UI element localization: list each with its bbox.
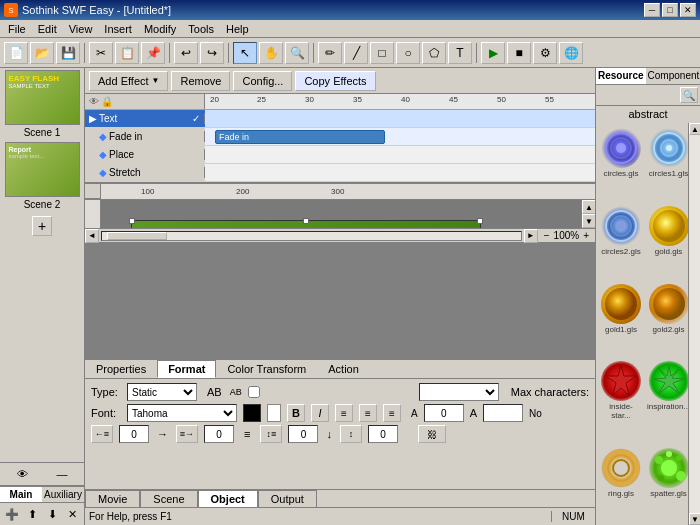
para-space-input[interactable] (368, 425, 398, 443)
menu-file[interactable]: File (2, 22, 32, 36)
minimize-button[interactable]: ─ (644, 3, 660, 17)
open-button[interactable]: 📂 (30, 42, 54, 64)
menu-edit[interactable]: Edit (32, 22, 63, 36)
menu-modify[interactable]: Modify (138, 22, 182, 36)
resource-ring[interactable]: ring.gls (599, 446, 643, 522)
line-space-btn[interactable]: ↕≡ (260, 425, 282, 443)
align-center-button[interactable]: ≡ (359, 404, 377, 422)
handle-tm[interactable] (303, 218, 309, 224)
search-button[interactable]: 🔍 (680, 87, 698, 103)
tab-properties[interactable]: Properties (85, 360, 157, 378)
add-scene-button[interactable]: + (32, 216, 52, 236)
canvas-scroll-right[interactable]: ► (524, 229, 538, 243)
timeline-row-fadein[interactable]: ◆ Fade in Fade in (85, 128, 595, 146)
resource-gold[interactable]: gold.gls (645, 204, 688, 280)
export-button[interactable]: 🌐 (559, 42, 583, 64)
rect-button[interactable]: □ (370, 42, 394, 64)
format-checkbox-1[interactable] (248, 386, 260, 398)
copy-effects-button[interactable]: Copy Effects (295, 71, 375, 91)
bold-button[interactable]: B (287, 404, 305, 422)
resource-spatter[interactable]: spatter.gls (645, 446, 688, 522)
remove-button[interactable]: Remove (171, 71, 230, 91)
menu-tools[interactable]: Tools (182, 22, 220, 36)
save-button[interactable]: 💾 (56, 42, 80, 64)
align-left-button[interactable]: ≡ (335, 404, 353, 422)
resource-inspiration[interactable]: inspiration... (645, 359, 688, 444)
poly-button[interactable]: ⬠ (422, 42, 446, 64)
scene-1-item[interactable]: EASY FLASH SAMPLE TEXT Scene 1 (0, 68, 84, 140)
italic-button[interactable]: I (311, 404, 329, 422)
handle-tr[interactable] (477, 218, 483, 224)
resource-circles[interactable]: circles.gls (599, 126, 643, 202)
link-button[interactable]: ⛓ (418, 425, 446, 443)
title-bar-buttons[interactable]: ─ □ ✕ (644, 3, 696, 17)
menu-insert[interactable]: Insert (98, 22, 138, 36)
maximize-button[interactable]: □ (662, 3, 678, 17)
status-tab-output[interactable]: Output (258, 490, 317, 507)
timeline-row-text[interactable]: ▶ Text ✓ (85, 110, 595, 128)
redo-button[interactable]: ↪ (200, 42, 224, 64)
format-dropdown-2[interactable] (419, 383, 499, 401)
canvas-scroll-down[interactable]: ▼ (582, 214, 595, 228)
indent-right-input[interactable] (204, 425, 234, 443)
scene-2-item[interactable]: Report sample text... Scene 2 (0, 140, 84, 212)
settings-button[interactable]: ⚙ (533, 42, 557, 64)
right-scroll-track[interactable] (689, 135, 700, 513)
text-button[interactable]: T (448, 42, 472, 64)
tab-action[interactable]: Action (317, 360, 370, 378)
lock-icon[interactable]: — (53, 465, 71, 483)
right-scroll-up[interactable]: ▲ (689, 123, 700, 135)
eye-timeline-icon[interactable]: 👁 (89, 96, 99, 107)
new-button[interactable]: 📄 (4, 42, 28, 64)
indent-right-btn[interactable]: ≡→ (176, 425, 198, 443)
zoom-button[interactable]: 🔍 (285, 42, 309, 64)
status-tab-scene[interactable]: Scene (140, 490, 197, 507)
canvas-hscroll-thumb[interactable] (107, 232, 167, 240)
line-button[interactable]: ╱ (344, 42, 368, 64)
canvas-frame[interactable]: EASY FLASH BANNER MAKER H Create Flash B… (131, 220, 481, 228)
tab-auxiliary[interactable]: Auxiliary (42, 486, 84, 502)
cut-button[interactable]: ✂ (89, 42, 113, 64)
handle-tl[interactable] (129, 218, 135, 224)
canvas-scroll-up[interactable]: ▲ (582, 200, 595, 214)
resource-gold2[interactable]: gold2.gls (645, 282, 688, 358)
undo-button[interactable]: ↩ (174, 42, 198, 64)
lock-timeline-icon[interactable]: 🔒 (101, 96, 113, 107)
menu-help[interactable]: Help (220, 22, 255, 36)
tab-main[interactable]: Main (0, 486, 42, 502)
zoom-plus-button[interactable]: + (581, 230, 591, 241)
indent-left-btn[interactable]: ←≡ (91, 425, 113, 443)
resource-circles1[interactable]: circles1.gls (645, 126, 688, 202)
select-button[interactable]: ↖ (233, 42, 257, 64)
close-button[interactable]: ✕ (680, 3, 696, 17)
kerning-input[interactable] (483, 404, 523, 422)
tab-format[interactable]: Format (157, 360, 216, 378)
hand-button[interactable]: ✋ (259, 42, 283, 64)
resource-gold1[interactable]: gold1.gls (599, 282, 643, 358)
timeline-row-place[interactable]: ◆ Place (85, 146, 595, 164)
canvas-content[interactable]: EASY FLASH BANNER MAKER H Create Flash B… (101, 200, 581, 228)
config-button[interactable]: Config... (233, 71, 292, 91)
add-icon[interactable]: ➕ (3, 505, 21, 523)
font-color-swatch[interactable] (243, 404, 261, 422)
timeline-row-stretch[interactable]: ◆ Stretch (85, 164, 595, 182)
sup-btn[interactable]: A (470, 407, 477, 419)
right-tab-component[interactable]: Component (646, 68, 700, 84)
align-right-button[interactable]: ≡ (383, 404, 401, 422)
type-select[interactable]: Static (127, 383, 197, 401)
indent-left-input[interactable] (119, 425, 149, 443)
add-effect-button[interactable]: Add Effect ▼ (89, 71, 168, 91)
font-color-white[interactable] (267, 404, 281, 422)
copy-button[interactable]: 📋 (115, 42, 139, 64)
move-down-icon[interactable]: ⬇ (43, 505, 61, 523)
oval-button[interactable]: ○ (396, 42, 420, 64)
eye-icon[interactable]: 👁 (13, 465, 31, 483)
font-size-input[interactable] (424, 404, 464, 422)
menu-view[interactable]: View (63, 22, 99, 36)
tab-color-transform[interactable]: Color Transform (216, 360, 317, 378)
stop-button[interactable]: ■ (507, 42, 531, 64)
resource-inside-star[interactable]: inside-star... (599, 359, 643, 444)
canvas-scroll-left[interactable]: ◄ (85, 229, 99, 243)
line-space-input[interactable] (288, 425, 318, 443)
pen-button[interactable]: ✏ (318, 42, 342, 64)
